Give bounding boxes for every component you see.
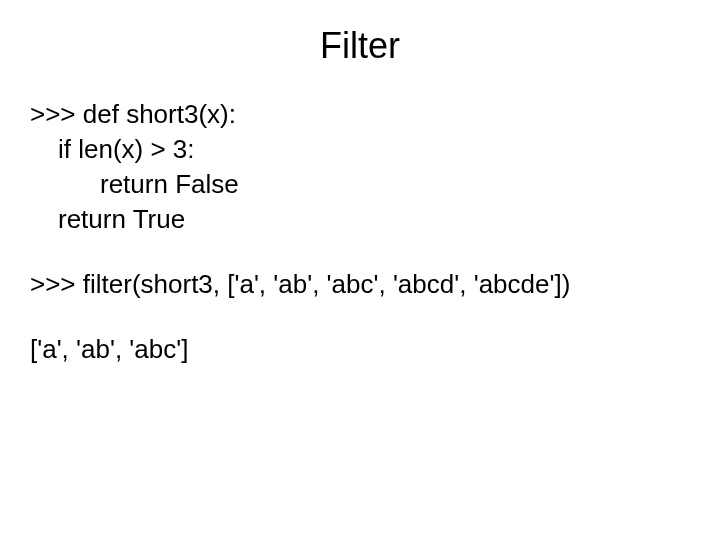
slide-title: Filter (30, 25, 690, 67)
code-line: return True (30, 202, 690, 237)
code-line: if len(x) > 3: (30, 132, 690, 167)
code-line: >>> def short3(x): (30, 97, 690, 132)
filter-call: >>> filter(short3, ['a', 'ab', 'abc', 'a… (30, 267, 690, 302)
code-line: ['a', 'ab', 'abc'] (30, 332, 690, 367)
function-definition: >>> def short3(x): if len(x) > 3: return… (30, 97, 690, 237)
code-line: >>> filter(short3, ['a', 'ab', 'abc', 'a… (30, 267, 690, 302)
filter-result: ['a', 'ab', 'abc'] (30, 332, 690, 367)
code-line: return False (30, 167, 690, 202)
